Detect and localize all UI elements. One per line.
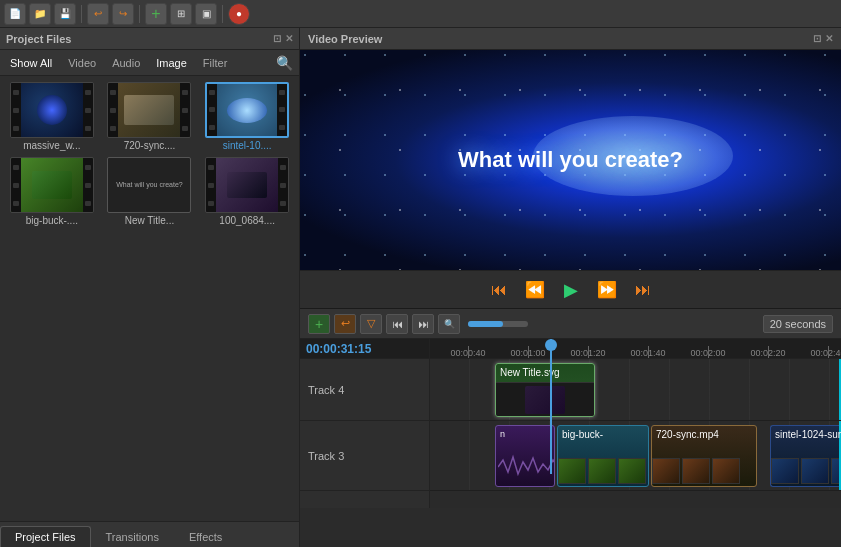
- media-label: 720-sync....: [124, 140, 176, 151]
- duration-label: 20 seconds: [763, 315, 833, 333]
- list-item[interactable]: 100_0684....: [201, 157, 293, 226]
- film-frame: [771, 458, 799, 484]
- toolbar: 📄 📁 💾 ↩ ↪ + ⊞ ▣ ●: [0, 0, 841, 28]
- list-item[interactable]: 720-sync....: [104, 82, 196, 151]
- undo-button[interactable]: ↩: [87, 3, 109, 25]
- media-label: massive_w...: [23, 140, 80, 151]
- video-preview: What will you create?: [300, 50, 841, 270]
- skip-back-button[interactable]: ⏮: [485, 276, 513, 304]
- track4-label: Track 4: [300, 359, 429, 421]
- track4-row: New Title.svg: [430, 359, 841, 421]
- film-frame: [801, 458, 829, 484]
- preview-expand-icon[interactable]: ⊡: [813, 33, 821, 44]
- tab-show-all[interactable]: Show All: [6, 55, 56, 71]
- media-thumb: [205, 157, 289, 213]
- video-background: What will you create?: [300, 50, 841, 270]
- film-frame: [712, 458, 740, 484]
- timecode-display: 00:00:31:15: [300, 339, 429, 359]
- sync-clip[interactable]: 720-sync.mp4: [651, 425, 757, 487]
- float-icon[interactable]: ⊡: [273, 33, 281, 44]
- redo-button[interactable]: ↪: [112, 3, 134, 25]
- track3-row: n big-buck-: [430, 421, 841, 491]
- film-strip: [652, 458, 756, 486]
- timeline-tracks[interactable]: 00:00:40 00:01:00 00:01:20 00:01:40 00:0…: [430, 339, 841, 508]
- media-thumb: [10, 82, 94, 138]
- playhead-head: [545, 339, 557, 351]
- clip-inner: [496, 382, 594, 416]
- media-label: 100_0684....: [219, 215, 275, 226]
- list-item[interactable]: What will you create? New Title...: [104, 157, 196, 226]
- remove-clip-button[interactable]: ↩: [334, 314, 356, 334]
- open-button[interactable]: 📁: [29, 3, 51, 25]
- track3-label: Track 3: [300, 421, 429, 491]
- media-thumb: [107, 82, 191, 138]
- video-preview-title: Video Preview: [308, 33, 382, 45]
- tab-image[interactable]: Image: [152, 55, 191, 71]
- add-clip-button[interactable]: +: [308, 314, 330, 334]
- project-files-header: Project Files ⊡ ✕: [0, 28, 299, 50]
- media-label: New Title...: [125, 215, 174, 226]
- ruler-mark-7: 00:02:40: [810, 348, 841, 358]
- media-thumb: What will you create?: [107, 157, 191, 213]
- new-button[interactable]: 📄: [4, 3, 26, 25]
- tab-filter[interactable]: Filter: [199, 55, 231, 71]
- play-button[interactable]: ▶: [557, 276, 585, 304]
- toolbar-sep-2: [139, 5, 140, 23]
- toolbar-sep-3: [222, 5, 223, 23]
- video-controls: ⏮ ⏪ ▶ ⏩ ⏭: [300, 270, 841, 308]
- right-panel: Video Preview ⊡ ✕ What will you create? …: [300, 28, 841, 547]
- media-thumb: [10, 157, 94, 213]
- record-button[interactable]: ⊞: [170, 3, 192, 25]
- film-frame: [682, 458, 710, 484]
- media-thumb: [205, 82, 289, 138]
- tab-transitions[interactable]: Transitions: [91, 526, 174, 547]
- film-frame: [558, 458, 586, 484]
- pin-icon[interactable]: ✕: [285, 33, 293, 44]
- zoom-button[interactable]: 🔍: [438, 314, 460, 334]
- playhead[interactable]: [550, 339, 552, 474]
- media-grid: massive_w... 720-sync.... sin: [0, 76, 299, 521]
- render-button[interactable]: ▣: [195, 3, 217, 25]
- film-frame: [618, 458, 646, 484]
- tab-audio[interactable]: Audio: [108, 55, 144, 71]
- film-frame: [588, 458, 616, 484]
- clip-label: n: [500, 429, 505, 439]
- timeline-ruler: 00:00:40 00:01:00 00:01:20 00:01:40 00:0…: [430, 339, 841, 359]
- filter-icon[interactable]: 🔍: [276, 55, 293, 71]
- film-frame: [652, 458, 680, 484]
- add-track-button[interactable]: +: [145, 3, 167, 25]
- tab-video[interactable]: Video: [64, 55, 100, 71]
- list-item[interactable]: big-buck-....: [6, 157, 98, 226]
- skip-start-button[interactable]: ⏮: [386, 314, 408, 334]
- save-button[interactable]: 💾: [54, 3, 76, 25]
- media-label: big-buck-....: [26, 215, 78, 226]
- toolbar-sep-1: [81, 5, 82, 23]
- tab-effects[interactable]: Effects: [174, 526, 237, 547]
- preview-pin-icon[interactable]: ✕: [825, 33, 833, 44]
- tab-project-files[interactable]: Project Files: [0, 526, 91, 547]
- rewind-button[interactable]: ⏪: [521, 276, 549, 304]
- media-label: sintel-10....: [223, 140, 272, 151]
- left-panel: Project Files ⊡ ✕ Show All Video Audio I…: [0, 28, 300, 547]
- clip-label: 720-sync.mp4: [656, 429, 719, 440]
- svg-clip[interactable]: New Title.svg: [495, 363, 595, 417]
- video-overlay-text: What will you create?: [458, 147, 683, 173]
- project-files-title: Project Files: [6, 33, 71, 45]
- film-strip: [771, 458, 841, 486]
- skip-end-button[interactable]: ⏭: [412, 314, 434, 334]
- main-container: Project Files ⊡ ✕ Show All Video Audio I…: [0, 28, 841, 547]
- sintel-clip[interactable]: sintel-1024-surround.mp4: [770, 425, 841, 487]
- track-labels: 00:00:31:15 Track 4 Track 3: [300, 339, 430, 508]
- timeline-toolbar: + ↩ ▽ ⏮ ⏭ 🔍 20 seconds: [300, 309, 841, 339]
- list-item[interactable]: massive_w...: [6, 82, 98, 151]
- audio-clip-small[interactable]: n: [495, 425, 555, 487]
- skip-forward-button[interactable]: ⏭: [629, 276, 657, 304]
- zoom-slider[interactable]: [468, 321, 528, 327]
- track4-bg: [430, 359, 841, 420]
- stop-button[interactable]: ●: [228, 3, 250, 25]
- clip-label: big-buck-: [562, 429, 603, 440]
- timeline-menu-button[interactable]: ▽: [360, 314, 382, 334]
- list-item[interactable]: sintel-10....: [201, 82, 293, 151]
- big-buck-clip[interactable]: big-buck-: [557, 425, 649, 487]
- fast-forward-button[interactable]: ⏩: [593, 276, 621, 304]
